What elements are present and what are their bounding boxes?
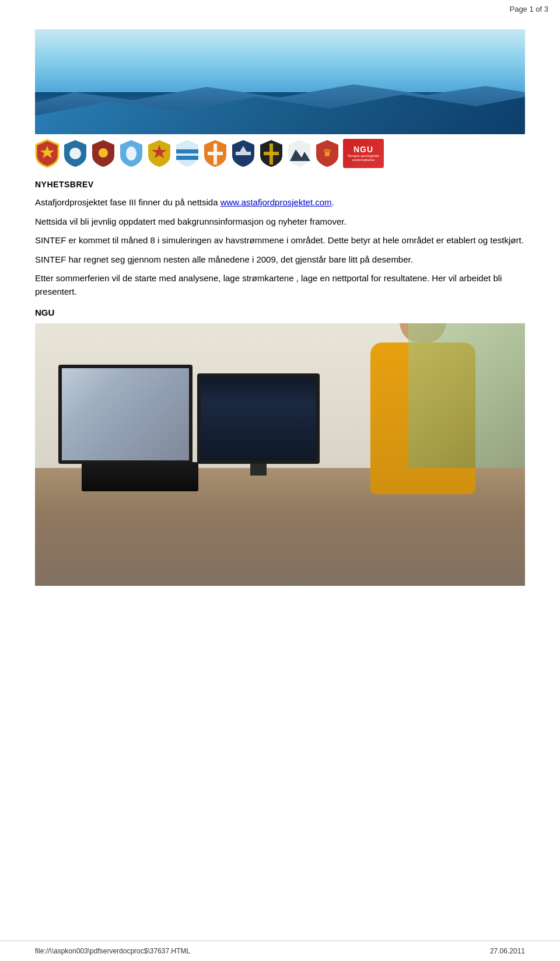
shield-2-icon [63,139,88,168]
p1-suffix: . [332,197,334,207]
page-of-text: of 3 [536,5,548,13]
shield-10-icon [287,139,312,168]
shield-11-icon: ♛ [315,139,340,168]
paragraph-4: SINTEF har regnet seg gjennom nesten all… [35,253,525,267]
astafjord-link[interactable]: www.astafjordprosjektet.com [220,197,332,207]
photo-background-outdoor [408,323,525,468]
footer-filepath: file://\\aspkon003\pdfserverdocproc$\376… [35,947,190,955]
ngu-logo: NGU Norges geologiske undersøkelse [343,139,384,168]
footer-date: 27.06.2011 [490,947,525,955]
page-number: Page 1 of 3 [509,5,548,13]
shield-8-icon [231,139,256,168]
shield-4-icon [119,139,144,168]
shield-7-icon [203,139,228,168]
shield-6-icon [175,139,200,168]
shield-5-icon [147,139,172,168]
svg-rect-9 [236,152,251,155]
p1-prefix: Astafjordprosjektet fase III finner du p… [35,197,220,207]
shield-9-icon [259,139,284,168]
shield-1-icon [35,139,60,168]
keyboard [82,462,198,491]
svg-point-3 [126,146,136,160]
svg-rect-6 [176,156,198,160]
svg-point-2 [99,148,108,158]
svg-text:♛: ♛ [323,147,332,159]
ngu-section-label: NGU [35,307,525,317]
svg-rect-12 [264,152,279,155]
svg-rect-8 [208,152,223,155]
ngu-logo-text: NGU [343,145,384,154]
ngu-subtitle: Norges geologiske undersøkelse [343,154,384,162]
banner-image [35,29,525,134]
paragraph-1: Astafjordprosjektet fase III finner du p… [35,196,525,209]
section-heading: NYHETSBREV [35,180,525,189]
page-num-text: Page 1 [509,5,536,13]
logos-row: ♛ NGU Norges geologiske undersøkelse [35,139,525,168]
shield-3-icon [91,139,116,168]
svg-rect-5 [176,149,198,153]
paragraph-5: Etter sommerferien vil de starte med ana… [35,272,525,298]
paragraph-2: Nettsida vil bli jevnlig oppdatert med b… [35,215,525,229]
monitor-left [58,365,192,476]
footer-bar: file://\\aspkon003\pdfserverdocproc$\376… [0,941,560,961]
svg-point-1 [69,148,81,159]
paragraph-3: SINTEF er kommet til måned 8 i simulerin… [35,234,525,247]
monitor-right [197,373,320,476]
ngu-photo [35,323,525,586]
